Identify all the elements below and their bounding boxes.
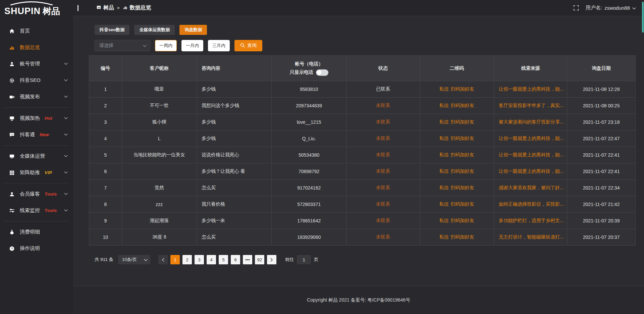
- private-message-link[interactable]: 私信: [439, 119, 449, 124]
- copyright-text: Copyright 树品 2021 备案号: 粤ICP备09019646号: [307, 297, 410, 303]
- filter-select[interactable]: 请选择: [95, 40, 150, 51]
- source-link[interactable]: 如何正确选择投影仪，买投影...: [499, 201, 564, 207]
- cell-content: 怎么买: [197, 180, 271, 196]
- sidebar-item-question[interactable]: ?操作说明: [0, 240, 73, 257]
- page-button-2[interactable]: 2: [182, 255, 192, 264]
- source-link[interactable]: 让你一眼就爱上的黑科技，能...: [499, 136, 564, 141]
- cell-content: 怎么买: [197, 229, 271, 246]
- scrollbar-thumb[interactable]: [642, 2, 644, 33]
- tab-2[interactable]: 询盘数据: [179, 25, 207, 35]
- sidebar-item-monitor[interactable]: 全媒体运营: [0, 148, 73, 164]
- status-badge: 未联系: [376, 152, 390, 157]
- column-header: 二维码: [420, 56, 494, 81]
- private-message-link[interactable]: 私信: [439, 152, 449, 157]
- sidebar-collapse-icon[interactable]: [77, 5, 78, 11]
- page-button-6[interactable]: 6: [231, 255, 240, 264]
- source-link[interactable]: 被大家追着问的客厅投影分享...: [499, 119, 564, 124]
- app-logo[interactable]: SHUPIN树品: [0, 0, 73, 17]
- cell-date: 2021-11-07 22:34: [567, 180, 636, 196]
- range-button-0[interactable]: 一周内: [155, 40, 177, 51]
- topbar-right: 用户名: zswodun88: [573, 5, 636, 11]
- source-link[interactable]: 多功能护栏灯，适用于乡村文...: [499, 218, 564, 223]
- sidebar-item-grid[interactable]: 矩阵助推VIP: [0, 164, 73, 181]
- scan-add-friend-link[interactable]: 扫码加好友: [451, 152, 474, 157]
- sidebar-item-sliders[interactable]: 线索监控Tools: [0, 202, 73, 219]
- breadcrumb-page[interactable]: 数据总览: [123, 4, 151, 11]
- scan-add-friend-link[interactable]: 扫码加好友: [451, 119, 474, 124]
- phone-only-toggle[interactable]: [316, 69, 328, 76]
- private-message-link[interactable]: 私信: [439, 136, 449, 141]
- sidebar-item-chat[interactable]: 抖客通New: [0, 126, 73, 143]
- sidebar-item-video[interactable]: 视频发布: [0, 89, 73, 105]
- cell-no: 8: [89, 196, 122, 213]
- sidebar-item-screen[interactable]: 视频加热Hot: [0, 110, 73, 126]
- next-page-button[interactable]: [267, 255, 276, 264]
- sidebar-item-home[interactable]: 首页: [0, 23, 73, 39]
- chevron-down-icon: [143, 43, 147, 48]
- scan-add-friend-link[interactable]: 扫码加好友: [451, 136, 474, 141]
- sidebar-item-member[interactable]: 会员爆客Tools: [0, 186, 73, 202]
- chevron-down-icon: [64, 134, 68, 136]
- search-button[interactable]: 查询: [234, 40, 262, 51]
- cell-qrcode: 私信扫码加好友: [420, 98, 494, 114]
- range-button-1[interactable]: 一月内: [181, 40, 203, 51]
- cell-account: 917024162: [272, 180, 346, 196]
- gear-icon: [9, 78, 15, 83]
- private-message-link[interactable]: 私信: [439, 103, 449, 108]
- source-link[interactable]: 让你一眼就爱上的黑科技，能...: [499, 152, 564, 157]
- source-link[interactable]: 让你一眼就爱上的黑科技，能...: [499, 168, 564, 174]
- column-header: 状态: [346, 56, 420, 81]
- search-button-label: 查询: [247, 43, 257, 49]
- tab-1[interactable]: 全媒体运营数据: [134, 25, 175, 35]
- cell-status: 未联系: [346, 98, 420, 114]
- private-message-link[interactable]: 私信: [439, 234, 449, 240]
- goto-page-input[interactable]: [297, 255, 311, 264]
- source-link[interactable]: 感谢大家喜欢我家，被问了好...: [499, 185, 564, 190]
- page-ellipsis-button[interactable]: •••: [243, 255, 252, 264]
- chevron-down-icon: [64, 96, 68, 98]
- cell-source: 让你一眼就爱上的黑科技，能...: [494, 163, 567, 180]
- private-message-link[interactable]: 私信: [439, 218, 449, 223]
- range-button-2[interactable]: 三月内: [208, 40, 230, 51]
- scan-add-friend-link[interactable]: 扫码加好友: [451, 234, 474, 240]
- scan-add-friend-link[interactable]: 扫码加好友: [451, 201, 474, 207]
- sidebar-item-chart[interactable]: 数据总览: [0, 39, 73, 56]
- table-header-row: 编号客户昵称咨询内容帐号（电话）只显示电话状态二维码线索来源询盘日期: [89, 56, 636, 81]
- source-link[interactable]: 无主灯设计，智能磁吸轨道灯...: [499, 234, 564, 240]
- fullscreen-icon[interactable]: [573, 5, 579, 11]
- sidebar-item-gear[interactable]: 抖音SEO: [0, 72, 73, 89]
- user-menu[interactable]: 用户名: zswodun88: [586, 5, 636, 11]
- cell-status: 未联系: [346, 213, 420, 229]
- dashboard-icon: [96, 5, 101, 11]
- page-button-3[interactable]: 3: [195, 255, 204, 264]
- page-button-5[interactable]: 5: [219, 255, 228, 264]
- scan-add-friend-link[interactable]: 扫码加好友: [451, 103, 474, 108]
- page-button-1[interactable]: 1: [170, 255, 180, 264]
- page-button-4[interactable]: 4: [207, 255, 216, 264]
- source-link[interactable]: 客厅安装投影半年多了，真实...: [499, 103, 564, 108]
- topbar: 树品 > 数据总览 用户名: zswodun88: [73, 0, 644, 16]
- cell-nickname: zzz: [122, 196, 197, 213]
- scan-add-friend-link[interactable]: 扫码加好友: [451, 168, 474, 174]
- source-link[interactable]: 让你一眼就爱上的黑科技，能...: [499, 86, 564, 92]
- private-message-link[interactable]: 私信: [439, 185, 449, 190]
- cell-nickname: 36度 8: [122, 229, 197, 246]
- tab-0[interactable]: 抖音seo数据: [95, 25, 129, 35]
- sidebar-item-label: 视频发布: [20, 94, 40, 100]
- scan-add-friend-link[interactable]: 扫码加好友: [451, 218, 474, 223]
- scan-add-friend-link[interactable]: 扫码加好友: [451, 185, 474, 190]
- private-message-link[interactable]: 私信: [439, 168, 449, 174]
- private-message-link[interactable]: 私信: [439, 201, 449, 207]
- breadcrumb-site[interactable]: 树品: [96, 4, 114, 11]
- scan-add-friend-link[interactable]: 扫码加好友: [451, 86, 474, 92]
- private-message-link[interactable]: 私信: [439, 86, 449, 92]
- cell-status: 未联系: [346, 147, 420, 163]
- prev-page-button[interactable]: [158, 255, 168, 264]
- page-size-select[interactable]: 10条/页: [118, 255, 150, 264]
- sidebar-item-user[interactable]: 账号管理: [0, 56, 73, 72]
- page-button-92[interactable]: 92: [255, 255, 264, 264]
- cell-date: 2021-11-07 22:41: [567, 147, 636, 163]
- sidebar-item-wallet[interactable]: 消费明细: [0, 224, 73, 240]
- sidebar-item-label: 消费明细: [20, 229, 40, 235]
- pagination: 共 911 条 10条/页 123456•••92 前往 页: [95, 255, 636, 264]
